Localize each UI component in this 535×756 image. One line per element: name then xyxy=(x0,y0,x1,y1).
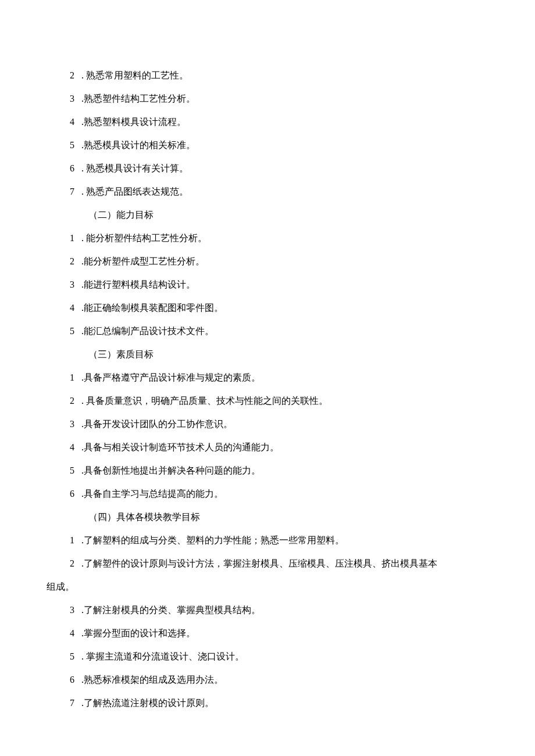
list-item: 4 .能正确绘制模具装配图和零件图。 xyxy=(70,296,488,320)
list-item: 5 .具备创新性地提出并解决各种问题的能力。 xyxy=(70,459,488,482)
item-text: .具备与相关设计制造环节技术人员的沟通能力。 xyxy=(79,442,279,452)
item-number: 6 xyxy=(70,157,74,180)
list-item: 7 .了解热流道注射模的设计原则。 xyxy=(70,691,488,715)
item-number: 5 xyxy=(70,459,74,482)
item-number: 1 xyxy=(70,529,74,552)
item-number: 3 xyxy=(70,599,74,622)
item-number: 7 xyxy=(70,691,74,715)
item-text: . 具备质量意识，明确产品质量、技术与性能之间的关联性。 xyxy=(79,396,328,406)
item-text: .了解塑料的组成与分类、塑料的力学性能；熟悉一些常用塑料。 xyxy=(79,535,344,545)
item-number: 5 xyxy=(70,320,74,343)
item-number: 3 xyxy=(70,413,74,436)
list-item: 3 .了解注射模具的分类、掌握典型模具结构。 xyxy=(70,599,488,622)
list-item: 2 .了解塑件的设计原则与设计方法，掌握注射模具、压缩模具、压注模具、挤出模具基… xyxy=(70,552,488,575)
list-item: 2 . 具备质量意识，明确产品质量、技术与性能之间的关联性。 xyxy=(70,389,488,413)
item-number: 5 xyxy=(70,134,74,157)
item-text: .具备开发设计团队的分工协作意识。 xyxy=(79,419,233,429)
item-text: .了解热流道注射模的设计原则。 xyxy=(79,698,214,708)
list-item: 3 .熟悉塑件结构工艺性分析。 xyxy=(70,87,488,110)
item-text: . 能分析塑件结构工艺性分析。 xyxy=(79,233,207,243)
item-text: . 熟悉模具设计有关计算。 xyxy=(79,163,188,173)
list-item: 3 .具备开发设计团队的分工协作意识。 xyxy=(70,413,488,436)
item-text: . 熟悉产品图纸表达规范。 xyxy=(79,187,188,196)
item-text: .熟悉塑料模具设计流程。 xyxy=(79,117,186,127)
item-number: 6 xyxy=(70,482,74,506)
wrapped-line: 组成。 xyxy=(47,575,488,599)
section-2-title: （二）能力目标 xyxy=(88,203,488,227)
item-text: .了解塑件的设计原则与设计方法，掌握注射模具、压缩模具、压注模具、挤出模具基本 xyxy=(79,558,437,568)
list-item: 5 .熟悉模具设计的相关标准。 xyxy=(70,134,488,157)
list-item: 4 .掌握分型面的设计和选择。 xyxy=(70,622,488,645)
section-4-title: （四）具体各模块教学目标 xyxy=(88,506,488,529)
item-number: 1 xyxy=(70,227,74,250)
list-item: 5 .能汇总编制产品设计技术文件。 xyxy=(70,320,488,343)
item-number: 2 xyxy=(70,552,74,575)
item-text: .能进行塑料模具结构设计。 xyxy=(79,280,195,289)
list-item: 6 . 熟悉模具设计有关计算。 xyxy=(70,157,488,180)
item-text: .了解注射模具的分类、掌握典型模具结构。 xyxy=(79,605,261,615)
list-item: 4 .具备与相关设计制造环节技术人员的沟通能力。 xyxy=(70,436,488,459)
list-item: 6 .熟悉标准模架的组成及选用办法。 xyxy=(70,668,488,691)
item-number: 2 xyxy=(70,250,74,273)
item-text: . 熟悉常用塑料的工艺性。 xyxy=(79,70,188,80)
item-text: .具备严格遵守产品设计标准与规定的素质。 xyxy=(79,372,261,382)
item-text: .熟悉标准模架的组成及选用办法。 xyxy=(79,675,223,685)
item-text: .能分析塑件成型工艺性分析。 xyxy=(79,256,205,266)
list-item: 5 . 掌握主流道和分流道设计、浇口设计。 xyxy=(70,645,488,668)
item-text: .能正确绘制模具装配图和零件图。 xyxy=(79,303,223,313)
item-number: 3 xyxy=(70,87,74,110)
item-number: 4 xyxy=(70,110,74,134)
item-number: 4 xyxy=(70,296,74,320)
item-number: 5 xyxy=(70,645,74,668)
list-item: 4 .熟悉塑料模具设计流程。 xyxy=(70,110,488,134)
item-number: 4 xyxy=(70,622,74,645)
item-number: 1 xyxy=(70,366,74,389)
item-text: .具备创新性地提出并解决各种问题的能力。 xyxy=(79,465,261,475)
item-number: 6 xyxy=(70,668,74,691)
list-item: 2 . 熟悉常用塑料的工艺性。 xyxy=(70,64,488,87)
item-number: 2 xyxy=(70,64,74,87)
item-number: 2 xyxy=(70,389,74,413)
item-text: .熟悉模具设计的相关标准。 xyxy=(79,140,195,150)
list-item: 3 .能进行塑料模具结构设计。 xyxy=(70,273,488,296)
item-text: .能汇总编制产品设计技术文件。 xyxy=(79,326,214,336)
item-number: 3 xyxy=(70,273,74,296)
section-3-title: （三）素质目标 xyxy=(88,343,488,366)
list-item: 1 .具备严格遵守产品设计标准与规定的素质。 xyxy=(70,366,488,389)
item-number: 4 xyxy=(70,436,74,459)
item-text: . 掌握主流道和分流道设计、浇口设计。 xyxy=(79,651,244,661)
list-item: 1 .了解塑料的组成与分类、塑料的力学性能；熟悉一些常用塑料。 xyxy=(70,529,488,552)
item-text: .具备自主学习与总结提高的能力。 xyxy=(79,489,223,499)
item-text: .熟悉塑件结构工艺性分析。 xyxy=(79,94,195,103)
list-item: 1 . 能分析塑件结构工艺性分析。 xyxy=(70,227,488,250)
list-item: 6 .具备自主学习与总结提高的能力。 xyxy=(70,482,488,506)
item-number: 7 xyxy=(70,180,74,203)
item-text: .掌握分型面的设计和选择。 xyxy=(79,628,195,638)
list-item: 2 .能分析塑件成型工艺性分析。 xyxy=(70,250,488,273)
list-item: 7 . 熟悉产品图纸表达规范。 xyxy=(70,180,488,203)
